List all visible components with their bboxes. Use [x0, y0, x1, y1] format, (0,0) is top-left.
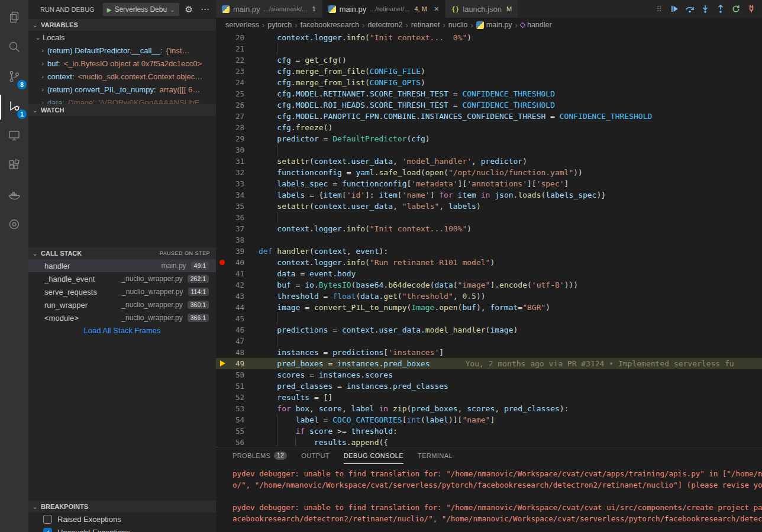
- code-line-56[interactable]: 56 results.append({: [216, 437, 762, 447]
- code-line-30[interactable]: 30: [216, 144, 762, 156]
- code-line-33[interactable]: 33 labels_spec = functionconfig['metadat…: [216, 178, 762, 189]
- line-number[interactable]: 55: [229, 425, 244, 437]
- code-line-25[interactable]: 25 cfg.MODEL.RETINANET.SCORE_THRESH_TEST…: [216, 88, 762, 99]
- line-number[interactable]: 28: [229, 122, 244, 133]
- code-text[interactable]: labels = {item['id']: item['name'] for i…: [259, 189, 606, 201]
- panel-tab-problems[interactable]: PROBLEMS12: [233, 447, 287, 464]
- more-actions-icon[interactable]: ⋯: [199, 4, 211, 15]
- line-number[interactable]: 25: [229, 88, 244, 99]
- restart-button[interactable]: [729, 2, 743, 16]
- panel-tab-terminal[interactable]: TERMINAL: [418, 447, 453, 464]
- line-number[interactable]: 27: [229, 111, 244, 122]
- activity-extensions[interactable]: [0, 151, 28, 181]
- code-line-50[interactable]: 50 scores = instances.scores: [216, 369, 762, 381]
- code-text[interactable]: functionconfig = yaml.safe_load(open("/o…: [259, 167, 583, 178]
- gutter-glyph[interactable]: [216, 111, 229, 122]
- code-text[interactable]: context.logger.info("Run retinanet-R101 …: [259, 257, 495, 268]
- code-text[interactable]: cfg.merge_from_file(CONFIG_FILE): [259, 66, 425, 77]
- chevron-right-icon[interactable]: ›: [38, 60, 47, 67]
- line-number[interactable]: 56: [229, 437, 244, 447]
- variable-row-4[interactable]: ›data:{'image': 'iVBORw0KGgoAAAANSUhE…: [28, 96, 216, 104]
- line-number[interactable]: 50: [229, 369, 244, 381]
- line-number[interactable]: 38: [229, 234, 244, 246]
- gutter-glyph[interactable]: [216, 66, 229, 77]
- checkbox[interactable]: [43, 515, 52, 524]
- gutter-glyph[interactable]: [216, 291, 229, 302]
- gutter-glyph[interactable]: [216, 167, 229, 178]
- line-number[interactable]: 23: [229, 66, 244, 77]
- chevron-right-icon[interactable]: ›: [38, 47, 47, 54]
- variables-section-header[interactable]: ⌄ VARIABLES: [28, 19, 216, 31]
- code-text[interactable]: scores = instances.scores: [259, 369, 393, 381]
- line-number[interactable]: 35: [229, 201, 244, 212]
- code-text[interactable]: pred_boxes = instances.pred_boxesYou, 2 …: [259, 358, 734, 369]
- variable-row-2[interactable]: ›context:<nuclio_sdk.context.Context obj…: [28, 70, 216, 83]
- step-into-button[interactable]: [698, 2, 712, 16]
- line-number[interactable]: 54: [229, 414, 244, 425]
- gutter-glyph[interactable]: [216, 336, 229, 347]
- gutter-glyph[interactable]: [216, 144, 229, 156]
- line-number[interactable]: 52: [229, 392, 244, 403]
- gutter-glyph[interactable]: [216, 156, 229, 167]
- gutter-glyph[interactable]: [216, 43, 229, 54]
- line-number[interactable]: 46: [229, 324, 244, 336]
- activity-search[interactable]: [0, 33, 28, 63]
- chevron-down-icon[interactable]: ⌄: [33, 34, 43, 41]
- stack-frame-serve_requests[interactable]: serve_requests_nuclio_wrapper.py114:1: [28, 285, 216, 298]
- code-text[interactable]: results = []: [259, 392, 332, 403]
- watch-section-header[interactable]: ⌄ WATCH: [28, 104, 216, 116]
- line-number[interactable]: 44: [229, 302, 244, 313]
- gutter-glyph[interactable]: [216, 392, 229, 403]
- line-number[interactable]: 24: [229, 77, 244, 88]
- breadcrumb-item-pytorch[interactable]: pytorch: [267, 21, 292, 29]
- code-line-32[interactable]: 32 functionconfig = yaml.safe_load(open(…: [216, 167, 762, 178]
- gutter-glyph[interactable]: [216, 99, 229, 111]
- load-all-stack-frames-link[interactable]: Load All Stack Frames: [28, 324, 216, 337]
- code-line-53[interactable]: 53 for box, score, label in zip(pred_box…: [216, 403, 762, 414]
- code-line-39[interactable]: 39def handler(context, event):: [216, 246, 762, 257]
- breakpoint-row-1[interactable]: ✓Uncaught Exceptions: [28, 525, 216, 532]
- breadcrumb-item-main.py[interactable]: main.py: [476, 21, 512, 29]
- line-number[interactable]: 42: [229, 279, 244, 291]
- breakpoint-row-0[interactable]: Raised Exceptions: [28, 512, 216, 525]
- code-text[interactable]: label = COCO_CATEGORIES[int(label)]["nam…: [259, 414, 495, 425]
- gutter-glyph[interactable]: [216, 133, 229, 144]
- code-line-34[interactable]: 34 labels = {item['id']: item['name'] fo…: [216, 189, 762, 201]
- code-text[interactable]: def handler(context, event):: [259, 246, 388, 257]
- gutter-glyph[interactable]: [216, 234, 229, 246]
- gutter-glyph[interactable]: [216, 279, 229, 291]
- line-number[interactable]: 41: [229, 268, 244, 279]
- line-number[interactable]: 45: [229, 313, 244, 324]
- gutter-glyph[interactable]: [216, 347, 229, 358]
- code-line-55[interactable]: 55 if score >= threshold:: [216, 425, 762, 437]
- call-stack-section-header[interactable]: ⌄ CALL STACK PAUSED ON STEP: [28, 247, 216, 259]
- breadcrumb-item-facebookresearch[interactable]: facebookresearch: [301, 21, 359, 29]
- line-number[interactable]: 22: [229, 54, 244, 66]
- stack-frame-handler[interactable]: handlermain.py49:1: [28, 259, 216, 272]
- code-line-54[interactable]: 54 label = COCO_CATEGORIES[int(label)]["…: [216, 414, 762, 425]
- code-text[interactable]: cfg.MODEL.ROI_HEADS.SCORE_THRESH_TEST = …: [259, 99, 555, 111]
- gutter-glyph[interactable]: [216, 178, 229, 189]
- gutter-glyph[interactable]: [216, 201, 229, 212]
- code-text[interactable]: instances = predictions['instances']: [259, 347, 444, 358]
- line-number[interactable]: 36: [229, 212, 244, 223]
- line-number[interactable]: 53: [229, 403, 244, 414]
- line-number[interactable]: 29: [229, 133, 244, 144]
- variable-row-3[interactable]: ›(return) convert_PIL_to_numpy:array([[[…: [28, 83, 216, 96]
- code-line-36[interactable]: 36: [216, 212, 762, 223]
- scope-locals[interactable]: ⌄ Locals: [28, 31, 216, 44]
- line-number[interactable]: 30: [229, 144, 244, 156]
- chevron-right-icon[interactable]: ›: [38, 99, 47, 104]
- line-number[interactable]: 43: [229, 291, 244, 302]
- chevron-right-icon[interactable]: ›: [38, 73, 47, 80]
- activity-remote-explorer[interactable]: [0, 122, 28, 151]
- code-text[interactable]: predictions = context.user_data.model_ha…: [259, 324, 518, 336]
- gutter-glyph[interactable]: [216, 381, 229, 392]
- line-number[interactable]: 37: [229, 223, 244, 234]
- panel-tab-debug-console[interactable]: DEBUG CONSOLE: [344, 447, 403, 464]
- debug-config-dropdown[interactable]: ▶ Serverless Debu ⌄: [103, 3, 179, 16]
- activity-plugin[interactable]: [0, 211, 28, 240]
- code-line-23[interactable]: 23 cfg.merge_from_file(CONFIG_FILE): [216, 66, 762, 77]
- code-text[interactable]: threshold = float(data.get("threshold", …: [259, 291, 486, 302]
- code-text[interactable]: predictor = DefaultPredictor(cfg): [259, 133, 430, 144]
